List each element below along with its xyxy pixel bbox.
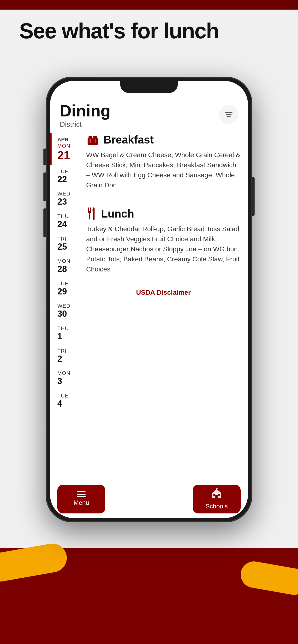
date-item-tue-22[interactable]: TUE 22 [50,165,81,188]
date-day-name: TUE [57,280,81,287]
svg-rect-8 [89,211,91,212]
breakfast-section: Breakfast WW Bagel & Cream Cheese, Whole… [86,133,241,190]
date-day-num: 3 [57,376,81,386]
date-day-name: MON [57,370,81,376]
app-main: Apr MON 21 TUE 22 WED 23 [50,133,248,480]
phone-button-vol-up [43,172,46,201]
date-day-name: THU [57,325,81,332]
app-content: Dining District [50,81,248,518]
meal-divider [86,200,241,200]
date-day-num: 22 [57,175,81,184]
lunch-icon [86,208,97,219]
svg-rect-17 [216,488,218,489]
svg-rect-4 [89,139,91,143]
date-day-name: FRI [57,236,81,242]
phone-button-mute [43,148,46,165]
date-day-name: TUE [57,393,81,399]
date-item-wed-23[interactable]: WED 23 [50,187,81,210]
date-day-num: 25 [57,242,81,252]
date-day-num: 29 [57,287,81,296]
title-block: Dining District [60,102,111,128]
date-day-num: 4 [57,399,81,408]
date-day-num: 2 [57,354,81,364]
date-day-num: 23 [57,197,81,206]
date-day-name: TUE [57,168,81,175]
app-header: Dining District [50,95,248,133]
date-day-num: 1 [57,332,81,341]
app-subtitle: District [60,120,111,128]
schools-label: Schools [206,503,228,510]
filter-line-1 [225,112,232,113]
app-title: Dining [60,102,111,119]
svg-rect-15 [218,494,220,496]
menu-label: Menu [73,499,89,506]
svg-rect-6 [88,208,89,213]
lunch-heading: Lunch [86,207,241,220]
date-item-fri-2[interactable]: FRI 2 [50,344,81,367]
lunch-section: Lunch Turkey & Cheddar Roll-up, Garlic B… [86,207,241,274]
svg-rect-14 [213,494,215,496]
date-day-num: 28 [57,264,81,274]
date-day-num: 24 [57,220,81,229]
date-item-fri-25[interactable]: FRI 25 [50,232,81,255]
filter-icon [225,112,232,117]
date-item-tue-4[interactable]: TUE 4 [50,389,81,412]
date-day-name: FRI [57,348,81,354]
date-day-name: MON [57,258,81,264]
top-bar [0,0,298,10]
date-day-name-active: MON [57,143,81,149]
date-sidebar: Apr MON 21 TUE 22 WED 23 [50,133,81,480]
page-headline: See what's for lunch [19,19,219,43]
date-day-num-active: 21 [57,149,81,162]
breakfast-title: Breakfast [103,133,154,146]
svg-rect-7 [90,208,91,213]
date-item-active[interactable]: Apr MON 21 [50,133,81,165]
menu-button[interactable]: Menu [57,485,105,514]
breakfast-description: WW Bagel & Cream Cheese, Whole Grain Cer… [86,150,241,190]
date-day-name: THU [57,213,81,220]
svg-rect-9 [89,212,90,220]
date-item-wed-30[interactable]: WED 30 [50,300,81,322]
hamburger-icon [77,492,86,497]
phone-screen: Dining District [50,81,248,518]
date-item-tue-29[interactable]: TUE 29 [50,277,81,300]
phone-mockup: Dining District [46,77,252,522]
phone-button-power [252,177,255,216]
date-month: Apr [57,136,81,143]
usda-disclaimer[interactable]: USDA Disclaimer [86,284,241,301]
svg-rect-3 [89,138,97,139]
filter-button[interactable] [219,105,238,124]
date-item-thu-24[interactable]: THU 24 [50,210,81,232]
filter-line-3 [227,116,231,117]
lunch-title: Lunch [101,207,134,220]
svg-rect-5 [95,139,96,143]
date-day-name: WED [57,303,81,309]
date-item-mon-28[interactable]: MON 28 [50,255,81,277]
filter-line-2 [226,114,232,115]
svg-rect-13 [215,495,218,498]
breakfast-heading: Breakfast [86,133,241,146]
phone-shell: Dining District [46,77,252,522]
breakfast-icon [86,134,100,145]
lunch-description: Turkey & Cheddar Roll-up, Garlic Bread T… [86,224,241,274]
schools-icon [211,488,222,501]
schools-button[interactable]: Schools [193,485,241,514]
date-day-num: 30 [57,309,81,319]
date-item-thu-1[interactable]: THU 1 [50,322,81,344]
phone-button-vol-down [43,208,46,237]
meal-content: Breakfast WW Bagel & Cream Cheese, Whole… [81,133,248,480]
phone-notch [120,81,178,93]
date-day-name: WED [57,191,81,197]
bottom-nav: Menu [50,480,248,518]
date-item-mon-3[interactable]: MON 3 [50,367,81,389]
